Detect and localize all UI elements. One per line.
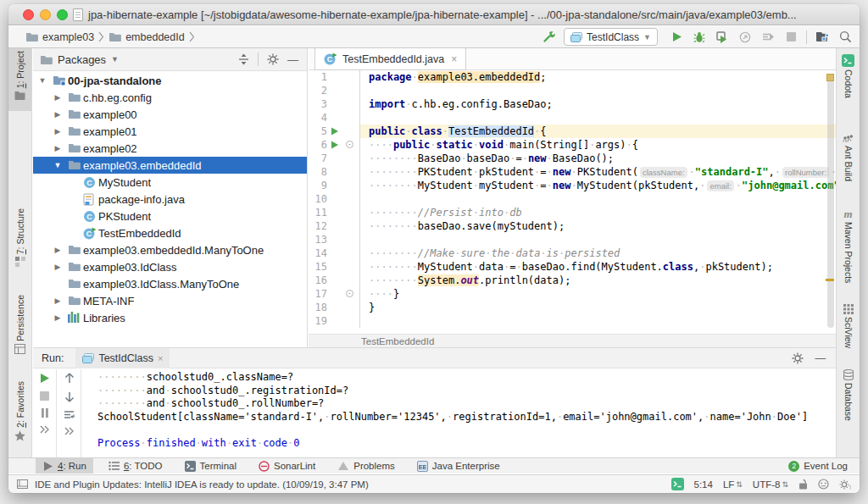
profiler-button[interactable]: [737, 30, 753, 45]
svg-text:EE: EE: [419, 463, 427, 469]
tool-window-button-ant-build[interactable]: Ant Build: [837, 130, 860, 201]
tool-window-button-codota[interactable]: Codota: [837, 52, 860, 116]
search-everywhere-button[interactable]: [837, 30, 853, 45]
tool-window-button-persistence[interactable]: Persistence: [8, 292, 31, 377]
tool-window-button-database[interactable]: Database: [837, 367, 860, 431]
tree-item-mystudent[interactable]: CMyStudent: [33, 174, 307, 191]
caret-position[interactable]: 5:14: [694, 479, 713, 490]
tree-item-example03-idclass-manytoone[interactable]: example03.IdClass.ManyToOne: [33, 275, 307, 292]
code-text: ········BaseDao·baseDao·=·new·BaseDao();: [359, 152, 614, 165]
run-gutter-icon[interactable]: [331, 127, 339, 136]
pause-button[interactable]: [41, 408, 49, 418]
expand-arrow-icon[interactable]: ▶: [53, 263, 62, 271]
project-structure-button[interactable]: [815, 30, 830, 45]
lock-icon[interactable]: [798, 479, 808, 490]
tree-item-example01[interactable]: ▶example01: [33, 123, 307, 140]
editor-scrollbar[interactable]: [826, 70, 836, 333]
stop-button[interactable]: [40, 391, 49, 401]
run-configuration-select[interactable]: TestIdClass ▼: [564, 28, 658, 46]
status-message[interactable]: IDE and Plugin Updates: IntelliJ IDEA is…: [35, 479, 369, 490]
tree-item-example03-idclass[interactable]: ▶example03.IdClass: [33, 258, 307, 275]
minimize-window-button[interactable]: [40, 9, 51, 20]
expand-arrow-icon[interactable]: ▶: [53, 313, 62, 322]
close-tab-icon[interactable]: ×: [158, 353, 163, 363]
tool-window-label: 2: Favorites: [15, 381, 25, 428]
editor-tab[interactable]: C TestEmbeddedId.java ×: [314, 48, 466, 70]
package-icon: [68, 108, 81, 119]
fold-marker[interactable]: -: [346, 290, 353, 297]
console-output[interactable]: ········schoolstud0_.className=?········…: [89, 371, 836, 458]
console-line: Process·finished·with·exit·code·0: [97, 437, 836, 451]
run-tab[interactable]: TestIdClass ×: [75, 348, 170, 368]
debug-button[interactable]: [692, 30, 707, 45]
tool-window-tab-terminal[interactable]: Terminal: [178, 458, 243, 474]
console-line: ········schoolstud0_.className=?: [97, 371, 836, 385]
tree-item-00-jpa-standalone[interactable]: ▼00-jpa-standalone: [33, 72, 307, 89]
maximize-window-button[interactable]: [57, 9, 68, 20]
code-area[interactable]: 1package·example03.embeddedId;23import·c…: [309, 70, 836, 333]
expand-arrow-icon[interactable]: ▶: [53, 296, 62, 305]
tool-window-button-maven-projects[interactable]: mMaven Projects: [837, 206, 860, 299]
tree-item-package-info-java[interactable]: package-info.java: [33, 191, 307, 208]
tree-item-meta-inf[interactable]: ▶META-INF: [33, 292, 307, 309]
fatal-errors-icon[interactable]: [818, 479, 829, 490]
collapse-arrow-icon[interactable]: ▼: [38, 76, 47, 85]
expand-arrow-icon[interactable]: ▶: [53, 144, 62, 152]
close-window-button[interactable]: [23, 9, 34, 20]
soft-wrap-button[interactable]: [64, 410, 75, 419]
run-targets-button[interactable]: [760, 30, 776, 45]
up-stack-trace-button[interactable]: [64, 373, 75, 384]
code-line-19: 19: [309, 314, 836, 328]
tree-item-example00[interactable]: ▶example00: [33, 106, 307, 123]
tool-window-button-7-structure[interactable]: 7: Structure: [8, 206, 31, 284]
tool-window-tab-4-run[interactable]: 4: Run: [36, 458, 93, 474]
settings-gear-icon[interactable]: [267, 53, 279, 65]
run-button[interactable]: [669, 30, 684, 45]
expand-arrow-icon[interactable]: ▶: [53, 110, 62, 119]
event-log-button[interactable]: 2 Event Log: [788, 461, 848, 472]
rerun-button[interactable]: [39, 373, 50, 384]
tree-item-testembeddedid[interactable]: CTestEmbeddedId: [33, 224, 307, 241]
tool-window-tab-6-todo[interactable]: 6: TODO: [102, 458, 170, 474]
run-gutter-icon[interactable]: [331, 141, 339, 149]
toolwindow-toggle-icon[interactable]: [17, 479, 28, 489]
tree-item-example03-embeddedid-manytoone[interactable]: ▶example03.embeddedId.ManyToOne: [33, 241, 307, 258]
more-console-chevrons[interactable]: [64, 427, 75, 435]
editor-tab-bar: C TestEmbeddedId.java ×: [309, 48, 836, 70]
down-stack-trace-button[interactable]: [64, 391, 75, 402]
tree-item-example02[interactable]: ▶example02: [33, 140, 307, 157]
expand-collapse-button[interactable]: [238, 53, 249, 65]
project-view-mode[interactable]: Packages: [58, 53, 106, 66]
collapse-arrow-icon[interactable]: ▼: [53, 161, 62, 169]
expand-arrow-icon[interactable]: ▶: [53, 93, 62, 102]
expand-arrow-icon[interactable]: ▶: [53, 127, 62, 136]
fold-marker[interactable]: -: [346, 141, 353, 148]
build-project-button[interactable]: [541, 30, 556, 45]
tree-item-libraries[interactable]: ▶Libraries: [33, 309, 307, 326]
scrollbar-thumb[interactable]: [827, 74, 834, 328]
expand-arrow-icon[interactable]: ▶: [53, 246, 62, 254]
tool-window-button-1-project[interactable]: 1: Project: [8, 48, 31, 111]
gear-question-icon[interactable]: ?: [839, 479, 851, 490]
breadcrumb-item[interactable]: embeddedId: [108, 31, 185, 43]
stop-button[interactable]: [783, 30, 798, 45]
terminal-status-icon[interactable]: [671, 478, 684, 490]
tool-window-button-2-favorites[interactable]: 2: Favorites: [8, 379, 31, 448]
line-separator-select[interactable]: LF⇅: [723, 479, 743, 490]
tool-window-tab-java-enterprise[interactable]: EEJava Enterprise: [410, 458, 507, 474]
tree-item-c-hb-eg-config[interactable]: ▶c.hb.eg.config: [33, 89, 307, 106]
tool-window-tab-problems[interactable]: Problems: [331, 458, 402, 474]
editor-breadcrumb[interactable]: TestEmbeddedId: [309, 334, 836, 347]
close-tab-icon[interactable]: ×: [451, 53, 457, 65]
more-actions-chevrons[interactable]: [40, 425, 50, 434]
hide-panel-button[interactable]: —: [815, 352, 826, 364]
hide-panel-button[interactable]: —: [287, 53, 298, 66]
encoding-select[interactable]: UTF-8⇅: [753, 479, 788, 490]
tool-window-button-sciview[interactable]: SciView: [837, 302, 860, 359]
run-with-coverage-button[interactable]: [715, 30, 730, 45]
breadcrumb-item[interactable]: example03: [25, 31, 94, 43]
tree-item-pkstudent[interactable]: CPKStudent: [33, 208, 307, 224]
tool-window-tab-sonarlint[interactable]: SonarLint: [252, 458, 322, 474]
tree-item-example03-embeddedid[interactable]: ▼example03.embeddedId: [33, 157, 307, 174]
settings-gear-icon[interactable]: [792, 352, 804, 364]
